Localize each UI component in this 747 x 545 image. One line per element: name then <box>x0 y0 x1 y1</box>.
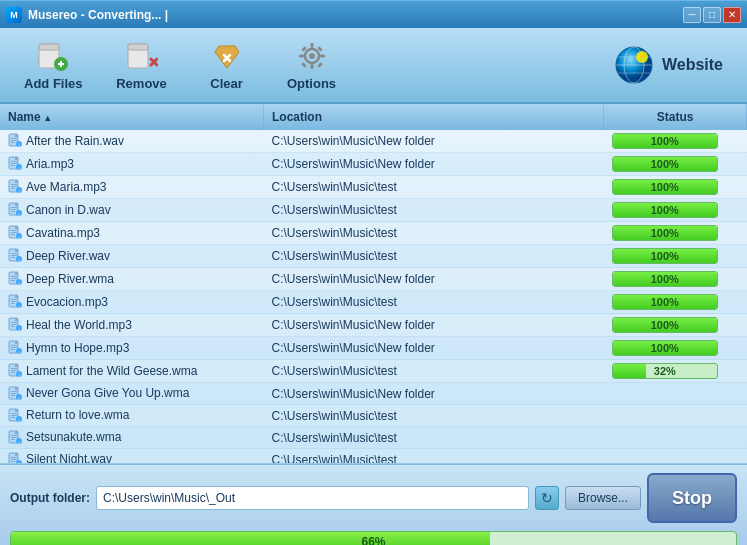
output-folder-input[interactable] <box>96 486 529 510</box>
file-location-cell: C:\Users\win\Music\test <box>263 222 603 245</box>
table-row[interactable]: ♪Setsunakute.wmaC:\Users\win\Music\test <box>0 427 747 449</box>
clear-icon <box>211 40 243 72</box>
clear-button[interactable]: Clear <box>187 35 267 95</box>
overall-progress-text: 66% <box>11 532 736 545</box>
table-row[interactable]: ♪Cavatina.mp3C:\Users\win\Music\test 100… <box>0 222 747 245</box>
table-row[interactable]: ♪Deep River.wmaC:\Users\win\Music\New fo… <box>0 268 747 291</box>
row-progress-bar: 100% <box>612 340 718 356</box>
file-icon: ♪ <box>8 202 22 216</box>
table-row[interactable]: ♪Heal the World.mp3C:\Users\win\Music\Ne… <box>0 314 747 337</box>
file-icon: ♪ <box>8 248 22 262</box>
svg-rect-17 <box>320 54 325 57</box>
svg-marker-127 <box>15 453 18 456</box>
svg-marker-99 <box>15 364 18 367</box>
toolbar: Add Files Remove Clear <box>0 28 747 104</box>
file-location-cell: C:\Users\win\Music\test <box>263 176 603 199</box>
svg-marker-106 <box>15 387 18 390</box>
table-row[interactable]: ♪Evocacion.mp3C:\Users\win\Music\test 10… <box>0 291 747 314</box>
table-row[interactable]: ♪Aria.mp3C:\Users\win\Music\New folder 1… <box>0 153 747 176</box>
file-status-cell: 100% <box>604 245 747 268</box>
row-progress-text: 100% <box>612 225 718 241</box>
row-progress-bar: 100% <box>612 225 718 241</box>
file-name-cell: ♪Deep River.wma <box>0 268 263 291</box>
file-location-cell: C:\Users\win\Music\test <box>263 449 603 465</box>
svg-marker-92 <box>15 341 18 344</box>
add-files-button[interactable]: Add Files <box>10 35 97 95</box>
svg-marker-78 <box>15 295 18 298</box>
file-name-cell: ♪Aria.mp3 <box>0 153 263 176</box>
maximize-button[interactable]: □ <box>703 7 721 23</box>
file-icon: ♪ <box>8 408 22 422</box>
svg-rect-20 <box>301 62 307 68</box>
table-row[interactable]: ♪Silent Night.wavC:\Users\win\Music\test <box>0 449 747 465</box>
table-row[interactable]: ♪Return to love.wmaC:\Users\win\Music\te… <box>0 405 747 427</box>
row-progress-bar: 100% <box>612 317 718 333</box>
website-button[interactable]: Website <box>600 37 737 93</box>
app-icon: M <box>6 7 22 23</box>
table-row[interactable]: ♪Deep River.wavC:\Users\win\Music\test 1… <box>0 245 747 268</box>
file-icon: ♪ <box>8 271 22 285</box>
column-header-status[interactable]: Status <box>604 104 747 130</box>
stop-button[interactable]: Stop <box>647 473 737 523</box>
file-name-cell: ♪Deep River.wav <box>0 245 263 268</box>
table-row[interactable]: ♪Never Gona Give You Up.wmaC:\Users\win\… <box>0 383 747 405</box>
row-progress-bar: 32% <box>612 363 718 379</box>
window-title: Musereo - Converting... | <box>28 8 168 22</box>
row-progress-text: 100% <box>612 294 718 310</box>
table-row[interactable]: ♪Hymn to Hope.mp3C:\Users\win\Music\New … <box>0 337 747 360</box>
file-name-cell: ♪Hymn to Hope.mp3 <box>0 337 263 360</box>
options-button[interactable]: Options <box>272 35 352 95</box>
file-name-cell: ♪Cavatina.mp3 <box>0 222 263 245</box>
website-label: Website <box>662 56 723 74</box>
table-header-row: Name Location Status <box>0 104 747 130</box>
file-status-cell: 100% <box>604 291 747 314</box>
remove-label: Remove <box>116 76 167 91</box>
svg-rect-15 <box>310 64 313 69</box>
browse-button[interactable]: Browse... <box>565 486 641 510</box>
svg-point-13 <box>309 53 315 59</box>
close-button[interactable]: ✕ <box>723 7 741 23</box>
column-header-name[interactable]: Name <box>0 104 263 130</box>
add-files-label: Add Files <box>24 76 83 91</box>
file-list-container: Name Location Status ♪After the Rain.wav… <box>0 104 747 464</box>
file-location-cell: C:\Users\win\Music\New folder <box>263 337 603 360</box>
remove-button[interactable]: Remove <box>102 35 182 95</box>
file-icon: ♪ <box>8 386 22 400</box>
row-progress-text: 100% <box>612 340 718 356</box>
remove-icon <box>126 40 158 72</box>
table-row[interactable]: ♪Ave Maria.mp3C:\Users\win\Music\test 10… <box>0 176 747 199</box>
file-table: Name Location Status ♪After the Rain.wav… <box>0 104 747 464</box>
row-progress-bar: 100% <box>612 271 718 287</box>
file-icon: ♪ <box>8 179 22 193</box>
svg-marker-120 <box>15 431 18 434</box>
file-status-cell: 100% <box>604 337 747 360</box>
file-location-cell: C:\Users\win\Music\test <box>263 405 603 427</box>
output-folder-label: Output folder: <box>10 491 90 505</box>
clear-label: Clear <box>210 76 243 91</box>
row-progress-bar: 100% <box>612 248 718 264</box>
table-row[interactable]: ♪Lament for the Wild Geese.wmaC:\Users\w… <box>0 360 747 383</box>
table-row[interactable]: ♪Canon in D.wavC:\Users\win\Music\test 1… <box>0 199 747 222</box>
file-list-body: ♪After the Rain.wavC:\Users\win\Music\Ne… <box>0 130 747 464</box>
svg-marker-50 <box>15 203 18 206</box>
row-progress-text: 32% <box>612 363 718 379</box>
overall-progress-bar: 66% <box>10 531 737 545</box>
row-progress-bar: 100% <box>612 179 718 195</box>
svg-marker-29 <box>15 134 18 137</box>
svg-rect-14 <box>310 43 313 48</box>
options-icon <box>296 40 328 72</box>
row-progress-text: 100% <box>612 156 718 172</box>
minimize-button[interactable]: ─ <box>683 7 701 23</box>
file-status-cell: 32% <box>604 360 747 383</box>
refresh-button[interactable]: ↻ <box>535 486 559 510</box>
svg-marker-43 <box>15 180 18 183</box>
svg-rect-6 <box>128 44 148 50</box>
titlebar: M Musereo - Converting... | ─ □ ✕ <box>0 0 747 28</box>
file-icon: ♪ <box>8 156 22 170</box>
svg-marker-71 <box>15 272 18 275</box>
file-icon: ♪ <box>8 363 22 377</box>
column-header-location[interactable]: Location <box>263 104 603 130</box>
file-location-cell: C:\Users\win\Music\New folder <box>263 130 603 153</box>
table-row[interactable]: ♪After the Rain.wavC:\Users\win\Music\Ne… <box>0 130 747 153</box>
file-name-cell: ♪Ave Maria.mp3 <box>0 176 263 199</box>
